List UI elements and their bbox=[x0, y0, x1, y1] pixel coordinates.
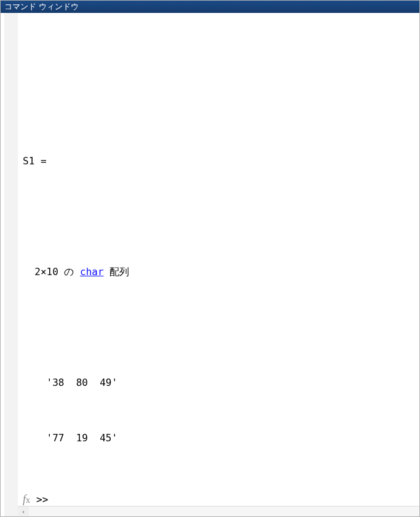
blank bbox=[23, 207, 414, 226]
command-window: コマンド ウィンドウ S1 = 2×10 の char 配列 '38 80 49… bbox=[0, 0, 420, 517]
blank bbox=[23, 484, 414, 493]
output-row: '77 19 45' bbox=[23, 429, 414, 447]
output-row: '38 80 49' bbox=[23, 374, 414, 392]
content-wrap: S1 = 2×10 の char 配列 '38 80 49' '77 19 45… bbox=[18, 13, 419, 516]
window-body: S1 = 2×10 の char 配列 '38 80 49' '77 19 45… bbox=[1, 13, 419, 516]
horizontal-scrollbar[interactable]: ‹ bbox=[18, 506, 419, 516]
gutter bbox=[4, 13, 18, 516]
scroll-left-arrow-icon[interactable]: ‹ bbox=[18, 507, 29, 516]
blank bbox=[23, 318, 414, 337]
window-title: コマンド ウィンドウ bbox=[4, 2, 79, 11]
type-link-char[interactable]: char bbox=[80, 266, 104, 278]
blank bbox=[23, 108, 414, 115]
dims-pre: 2×10 の bbox=[23, 266, 80, 278]
scroll-track[interactable] bbox=[29, 507, 419, 516]
prompt-symbol: >> bbox=[35, 494, 48, 505]
output-var-header: S1 = bbox=[23, 152, 414, 170]
titlebar[interactable]: コマンド ウィンドウ bbox=[1, 1, 419, 13]
prompt-row[interactable]: fx >> bbox=[18, 493, 419, 506]
dims-post: 配列 bbox=[104, 266, 130, 278]
output-line-truncated bbox=[23, 52, 414, 71]
output-dims: 2×10 の char 配列 bbox=[23, 263, 414, 281]
fx-icon[interactable]: fx bbox=[18, 493, 35, 506]
command-output[interactable]: S1 = 2×10 の char 配列 '38 80 49' '77 19 45… bbox=[18, 13, 419, 493]
